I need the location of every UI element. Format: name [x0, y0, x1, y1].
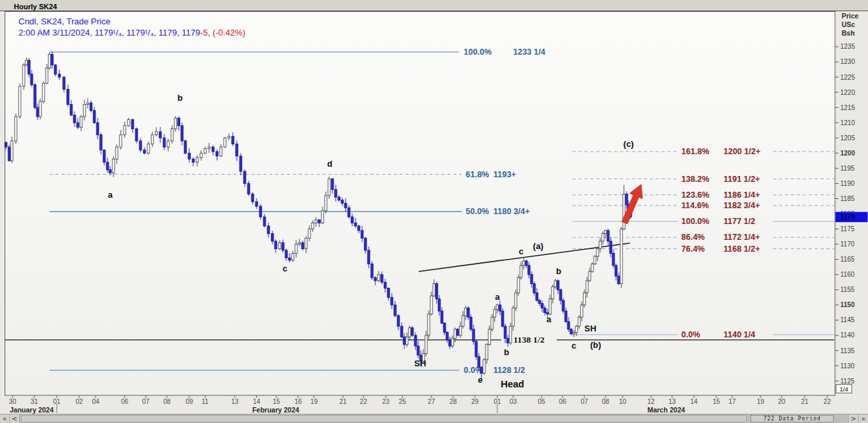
- x-tick-label: 16: [294, 398, 302, 405]
- x-tick-label: 09: [185, 398, 193, 405]
- x-tick-label: 21: [801, 398, 809, 405]
- fib-right-pct: 100.0%: [681, 217, 709, 226]
- x-tick-label: 28: [449, 398, 457, 405]
- y-tick-label: 1145: [840, 316, 855, 324]
- month-label: January 2024: [10, 406, 54, 414]
- fib-right-pct: 123.6%: [681, 190, 709, 200]
- wave-label-a: a: [546, 314, 551, 324]
- wave-label-SH: SH: [414, 358, 426, 368]
- x-tick-label: 14: [253, 398, 261, 405]
- x-tick-label: 01: [493, 398, 501, 405]
- x-tick-label: 14: [690, 398, 698, 405]
- wave-label-b: b: [177, 93, 183, 103]
- y-tick-label: 1155: [840, 286, 855, 293]
- wave-label-c: (c): [623, 139, 634, 149]
- x-tick-label: 03: [509, 398, 517, 405]
- breakout-arrow-icon: [622, 184, 642, 224]
- candles: [5, 51, 632, 380]
- wave-label-a: (a): [533, 241, 543, 251]
- fib-left-pct: 100.0%: [464, 47, 491, 57]
- x-tick-label: 13: [668, 398, 676, 405]
- x-tick-label: 20: [778, 398, 786, 405]
- fib-right-pct: 0.0%: [681, 330, 700, 339]
- scroll-far-right-button[interactable]: »: [858, 414, 868, 423]
- scrollbar-track[interactable]: 722 Data Period: [20, 414, 848, 423]
- wave-label-Head: Head: [501, 379, 524, 389]
- fib-right-value: 1191 1/2+: [724, 175, 760, 184]
- wave-label-c: c: [282, 264, 287, 273]
- wave-label-c: c: [518, 246, 523, 256]
- fib-right-value: 1182 3/4+: [724, 201, 760, 210]
- y-tick-label: 1180: [840, 210, 855, 217]
- month-label: February 2024: [252, 406, 299, 414]
- x-tick-label: 30: [9, 398, 16, 405]
- x-tick-label: 07: [580, 398, 588, 405]
- x-tick-label: 15: [712, 398, 720, 405]
- x-tick-label: 22: [823, 398, 831, 405]
- x-tick-label: 08: [602, 398, 609, 405]
- fib-left-value: 1128 1/2: [493, 366, 525, 375]
- y-tick-label: 1235: [840, 43, 855, 50]
- tick-unit-box: [836, 385, 852, 393]
- price-axis-header: Price: [842, 12, 859, 20]
- x-tick-label: 25: [398, 398, 406, 405]
- y-tick-label: 1190: [840, 180, 855, 187]
- x-tick-label: 12: [647, 398, 655, 405]
- x-tick-label: 22: [359, 398, 367, 405]
- x-tick-label: 06: [121, 398, 129, 405]
- x-tick-label: 11: [202, 398, 209, 405]
- y-tick-label: 1140: [840, 331, 855, 339]
- price-axis-header: Bsh: [842, 29, 855, 37]
- x-tick-label: 19: [310, 398, 318, 405]
- h-scrollbar[interactable]: « < 722 Data Period > »: [0, 414, 868, 423]
- legend-series-label: Cndl, SK24, Trade Price: [18, 16, 245, 27]
- fib-left-value: 1233 1/4: [513, 47, 545, 57]
- scrollbar-thumb[interactable]: [21, 415, 747, 422]
- candlestick-chart[interactable]: 100.0%1233 1/461.8%1193+50.0%1180 3/4+0.…: [0, 0, 868, 423]
- fib-right-value: 1140 1/4: [724, 330, 755, 339]
- trendline: [419, 243, 630, 271]
- y-tick-label: 1130: [840, 362, 855, 370]
- x-tick-label: 19: [757, 398, 764, 405]
- wave-label-SH: SH: [584, 324, 596, 333]
- wave-label-d: d: [327, 159, 332, 169]
- x-tick-label: 06: [559, 398, 567, 405]
- month-label: March 2024: [647, 406, 685, 414]
- fib-right-pct: 76.4%: [681, 244, 704, 254]
- fib-right-value: 1168 1/2+: [724, 244, 760, 254]
- current-price-marker: [836, 212, 868, 223]
- fib-right-value: 1177 1/2: [724, 217, 755, 226]
- y-tick-label: 1135: [840, 347, 855, 354]
- wave-label-b: b: [556, 266, 561, 276]
- y-tick-label: 1160: [840, 271, 855, 278]
- scroll-left-button[interactable]: <: [10, 414, 20, 423]
- scroll-right-button[interactable]: >: [848, 414, 858, 423]
- current-price-label: 1179: [840, 213, 855, 221]
- y-tick-label: 1205: [840, 134, 855, 142]
- fib-left-pct: 50.0%: [466, 207, 489, 216]
- chart-legend: Cndl, SK24, Trade Price 2:00 AM 3/11/202…: [18, 16, 245, 38]
- y-tick-label: 1200: [840, 150, 855, 157]
- fib-left-value: 1193+: [493, 170, 516, 179]
- y-tick-label: 1230: [840, 58, 855, 65]
- y-tick-label: 1125: [840, 378, 855, 385]
- fib-right-value: 1186 1/4+: [724, 190, 760, 200]
- window-titlebar[interactable]: Hourly SK24: [0, 0, 868, 11]
- x-tick-label: 31: [30, 398, 38, 405]
- wave-label-b: b: [504, 347, 509, 357]
- x-tick-label: 17: [728, 398, 736, 405]
- fib-right-pct: 161.8%: [681, 147, 709, 156]
- x-tick-label: 08: [163, 398, 171, 405]
- fib-right-pct: 86.4%: [681, 233, 704, 242]
- x-tick-label: 29: [471, 398, 479, 405]
- scroll-far-left-button[interactable]: «: [0, 414, 10, 423]
- y-tick-label: 1195: [840, 165, 855, 172]
- y-tick-label: 1185: [840, 195, 855, 202]
- fib-left-pct: 61.8%: [466, 170, 489, 179]
- x-tick-label: 04: [92, 398, 100, 405]
- x-tick-label: 01: [53, 398, 61, 405]
- window-title: Hourly SK24: [0, 1, 57, 12]
- fib-left-value: 1180 3/4+: [493, 207, 530, 216]
- y-tick-label: 1165: [840, 256, 855, 263]
- chart-window: Hourly SK24 Cndl, SK24, Trade Price 2:00…: [0, 0, 868, 423]
